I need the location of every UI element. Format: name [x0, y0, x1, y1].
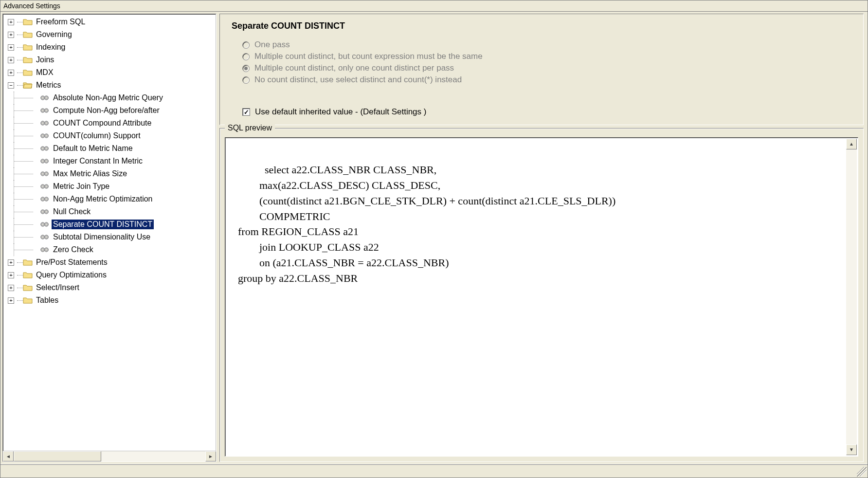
- svg-point-27: [46, 173, 47, 175]
- expand-icon[interactable]: +: [8, 44, 14, 51]
- tree-folder-label: Query Optimizations: [35, 270, 108, 280]
- folder-icon: [23, 271, 33, 279]
- radio-option-0[interactable]: One pass: [242, 40, 851, 50]
- window-title: Advanced Settings: [0, 0, 868, 12]
- use-default-checkbox[interactable]: [242, 108, 250, 116]
- tree-folder-joins[interactable]: +Joins: [5, 54, 216, 66]
- tree-item-label: Absolute Non-Agg Metric Query: [52, 93, 164, 103]
- tree-item-integer-constant-in-metric[interactable]: Integer Constant In Metric: [5, 155, 216, 167]
- gear-icon: [40, 131, 50, 140]
- svg-point-29: [42, 186, 44, 187]
- folder-icon: [23, 81, 33, 90]
- folder-icon: [23, 68, 33, 77]
- tree-folder-pre-post-statements[interactable]: +Pre/Post Statements: [5, 256, 216, 269]
- tree-item-absolute-non-agg-metric-query[interactable]: Absolute Non-Agg Metric Query: [5, 92, 216, 104]
- vscroll-track[interactable]: [846, 149, 857, 444]
- sql-preview-text: select a22.CLASS_NBR CLASS_NBR, max(a22.…: [238, 164, 615, 284]
- tree-item-separate-count-distinct[interactable]: Separate COUNT DISTINCT: [5, 218, 216, 231]
- svg-point-11: [46, 123, 47, 124]
- gear-icon: [40, 195, 50, 203]
- radio-button[interactable]: [242, 41, 250, 49]
- expand-icon[interactable]: +: [8, 70, 14, 76]
- tree-folder-tables[interactable]: +Tables: [5, 294, 216, 307]
- gear-icon: [40, 144, 50, 153]
- svg-point-41: [42, 224, 44, 225]
- tree-folder-label: Select/Insert: [35, 283, 81, 293]
- tree-folder-label: Indexing: [35, 42, 67, 52]
- tree-folder-mdx[interactable]: +MDX: [5, 66, 216, 79]
- hscroll-thumb[interactable]: [14, 451, 101, 461]
- tree-item-label: Max Metric Alias Size: [52, 169, 128, 179]
- use-default-checkbox-row[interactable]: Use default inherited value - (Default S…: [242, 107, 851, 117]
- tree-scroll-area[interactable]: +Freeform SQL+Governing+Indexing+Joins+M…: [3, 14, 216, 451]
- tree-item-zero-check[interactable]: Zero Check: [5, 243, 216, 256]
- right-panel: Separate COUNT DISTINCT One passMultiple…: [219, 14, 866, 462]
- svg-point-31: [46, 186, 47, 187]
- expand-icon[interactable]: +: [8, 57, 14, 63]
- radio-button[interactable]: [242, 53, 250, 60]
- expand-icon[interactable]: +: [8, 19, 14, 25]
- tree-folder-query-optimizations[interactable]: +Query Optimizations: [5, 269, 216, 281]
- tree-panel: +Freeform SQL+Governing+Indexing+Joins+M…: [2, 14, 217, 462]
- tree-item-metric-join-type[interactable]: Metric Join Type: [5, 180, 216, 193]
- expand-icon[interactable]: +: [8, 32, 14, 38]
- tree-item-compute-non-agg-before-after[interactable]: Compute Non-Agg before/after: [5, 104, 216, 117]
- radio-option-1[interactable]: Multiple count distinct, but count expre…: [242, 52, 851, 61]
- hscroll-track[interactable]: [14, 451, 205, 461]
- tree-folder-label: Freeform SQL: [35, 17, 87, 27]
- sql-preview-textbox[interactable]: select a22.CLASS_NBR CLASS_NBR, max(a22.…: [225, 137, 858, 457]
- svg-point-7: [46, 110, 47, 111]
- svg-point-1: [42, 97, 44, 99]
- gear-icon: [40, 93, 50, 102]
- collapse-icon[interactable]: −: [8, 82, 14, 89]
- folder-icon: [23, 55, 33, 64]
- use-default-label: Use default inherited value - (Default S…: [255, 107, 426, 117]
- svg-point-23: [46, 161, 47, 162]
- scroll-up-button[interactable]: ▲: [846, 139, 857, 149]
- radio-option-3[interactable]: No count distinct, use select distinct a…: [242, 75, 851, 85]
- tree-item-subtotal-dimensionality-use[interactable]: Subtotal Dimensionality Use: [5, 231, 216, 243]
- svg-point-21: [42, 161, 44, 162]
- tree-item-max-metric-alias-size[interactable]: Max Metric Alias Size: [5, 167, 216, 180]
- tree-folder-label: Tables: [35, 295, 60, 305]
- tree-folder-freeform-sql[interactable]: +Freeform SQL: [5, 16, 216, 28]
- svg-point-17: [42, 148, 44, 149]
- tree-item-count-compound-attribute[interactable]: COUNT Compound Attribute: [5, 117, 216, 129]
- tree-folder-metrics[interactable]: −Metrics: [5, 79, 216, 92]
- expand-icon[interactable]: +: [8, 259, 14, 266]
- radio-button[interactable]: [242, 65, 250, 72]
- tree-folder-governing[interactable]: +Governing: [5, 28, 216, 41]
- scroll-right-button[interactable]: ►: [205, 451, 216, 461]
- scroll-left-button[interactable]: ◄: [3, 451, 14, 461]
- tree-folder-indexing[interactable]: +Indexing: [5, 41, 216, 54]
- svg-point-13: [42, 135, 44, 137]
- gear-icon: [40, 182, 50, 191]
- sql-vertical-scrollbar[interactable]: ▲ ▼: [846, 139, 857, 455]
- tree-folder-label: Metrics: [35, 80, 63, 90]
- status-bar: [0, 464, 868, 478]
- tree-item-label: Separate COUNT DISTINCT: [52, 220, 154, 229]
- tree-item-null-check[interactable]: Null Check: [5, 205, 216, 218]
- tree-item-count-column-support[interactable]: COUNT(column) Support: [5, 129, 216, 142]
- svg-point-5: [42, 110, 44, 111]
- resize-grip[interactable]: [857, 467, 867, 477]
- folder-icon: [23, 258, 33, 267]
- expand-icon[interactable]: +: [8, 272, 14, 278]
- tree-horizontal-scrollbar[interactable]: ◄ ►: [3, 451, 216, 461]
- tree-item-label: Null Check: [52, 207, 92, 217]
- tree-item-label: COUNT Compound Attribute: [52, 118, 153, 128]
- tree-item-non-agg-metric-optimization[interactable]: Non-Agg Metric Optimization: [5, 193, 216, 205]
- radio-button[interactable]: [242, 76, 250, 84]
- sql-preview-legend: SQL preview: [225, 124, 275, 132]
- settings-heading: Separate COUNT DISTINCT: [232, 21, 851, 31]
- expand-icon[interactable]: +: [8, 297, 14, 304]
- tree-folder-label: Pre/Post Statements: [35, 257, 109, 267]
- tree-folder-select-insert[interactable]: +Select/Insert: [5, 281, 216, 294]
- scroll-down-button[interactable]: ▼: [846, 444, 857, 455]
- radio-label: No count distinct, use select distinct a…: [254, 75, 462, 85]
- tree-item-default-to-metric-name[interactable]: Default to Metric Name: [5, 142, 216, 155]
- expand-icon[interactable]: +: [8, 285, 14, 291]
- radio-option-2[interactable]: Multiple count distinct, only one count …: [242, 63, 851, 73]
- svg-point-51: [46, 249, 47, 251]
- svg-point-25: [42, 173, 44, 175]
